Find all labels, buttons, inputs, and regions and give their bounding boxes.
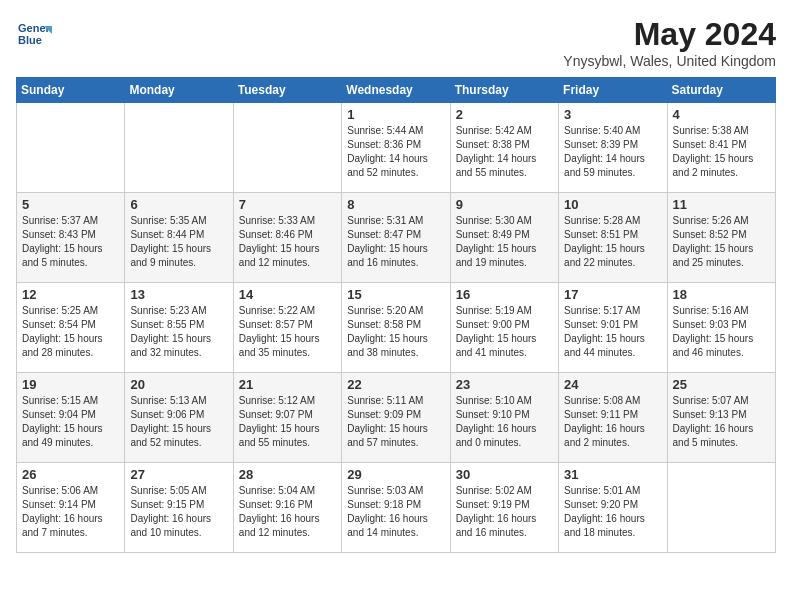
calendar-cell: 23Sunrise: 5:10 AM Sunset: 9:10 PM Dayli…	[450, 373, 558, 463]
day-info: Sunrise: 5:35 AM Sunset: 8:44 PM Dayligh…	[130, 214, 227, 270]
calendar-week-5: 26Sunrise: 5:06 AM Sunset: 9:14 PM Dayli…	[17, 463, 776, 553]
day-number: 4	[673, 107, 770, 122]
calendar-cell: 2Sunrise: 5:42 AM Sunset: 8:38 PM Daylig…	[450, 103, 558, 193]
day-info: Sunrise: 5:44 AM Sunset: 8:36 PM Dayligh…	[347, 124, 444, 180]
day-number: 25	[673, 377, 770, 392]
calendar-cell: 24Sunrise: 5:08 AM Sunset: 9:11 PM Dayli…	[559, 373, 667, 463]
calendar-cell: 29Sunrise: 5:03 AM Sunset: 9:18 PM Dayli…	[342, 463, 450, 553]
day-info: Sunrise: 5:02 AM Sunset: 9:19 PM Dayligh…	[456, 484, 553, 540]
calendar-cell: 20Sunrise: 5:13 AM Sunset: 9:06 PM Dayli…	[125, 373, 233, 463]
calendar-cell: 18Sunrise: 5:16 AM Sunset: 9:03 PM Dayli…	[667, 283, 775, 373]
day-info: Sunrise: 5:22 AM Sunset: 8:57 PM Dayligh…	[239, 304, 336, 360]
calendar-cell: 22Sunrise: 5:11 AM Sunset: 9:09 PM Dayli…	[342, 373, 450, 463]
day-number: 11	[673, 197, 770, 212]
day-info: Sunrise: 5:42 AM Sunset: 8:38 PM Dayligh…	[456, 124, 553, 180]
day-number: 15	[347, 287, 444, 302]
day-number: 31	[564, 467, 661, 482]
calendar-cell: 8Sunrise: 5:31 AM Sunset: 8:47 PM Daylig…	[342, 193, 450, 283]
calendar-cell: 15Sunrise: 5:20 AM Sunset: 8:58 PM Dayli…	[342, 283, 450, 373]
day-info: Sunrise: 5:01 AM Sunset: 9:20 PM Dayligh…	[564, 484, 661, 540]
day-info: Sunrise: 5:17 AM Sunset: 9:01 PM Dayligh…	[564, 304, 661, 360]
day-number: 3	[564, 107, 661, 122]
day-number: 8	[347, 197, 444, 212]
day-number: 14	[239, 287, 336, 302]
day-info: Sunrise: 5:10 AM Sunset: 9:10 PM Dayligh…	[456, 394, 553, 450]
day-number: 10	[564, 197, 661, 212]
calendar-cell: 3Sunrise: 5:40 AM Sunset: 8:39 PM Daylig…	[559, 103, 667, 193]
calendar-cell	[233, 103, 341, 193]
day-number: 20	[130, 377, 227, 392]
day-number: 7	[239, 197, 336, 212]
weekday-header-thursday: Thursday	[450, 78, 558, 103]
calendar-table: SundayMondayTuesdayWednesdayThursdayFrid…	[16, 77, 776, 553]
day-number: 29	[347, 467, 444, 482]
day-number: 18	[673, 287, 770, 302]
day-number: 13	[130, 287, 227, 302]
day-info: Sunrise: 5:30 AM Sunset: 8:49 PM Dayligh…	[456, 214, 553, 270]
page-header: General Blue May 2024 Ynysybwl, Wales, U…	[16, 16, 776, 69]
logo: General Blue	[16, 16, 52, 52]
calendar-cell: 27Sunrise: 5:05 AM Sunset: 9:15 PM Dayli…	[125, 463, 233, 553]
calendar-cell: 10Sunrise: 5:28 AM Sunset: 8:51 PM Dayli…	[559, 193, 667, 283]
calendar-cell: 13Sunrise: 5:23 AM Sunset: 8:55 PM Dayli…	[125, 283, 233, 373]
day-number: 23	[456, 377, 553, 392]
day-info: Sunrise: 5:19 AM Sunset: 9:00 PM Dayligh…	[456, 304, 553, 360]
calendar-cell: 16Sunrise: 5:19 AM Sunset: 9:00 PM Dayli…	[450, 283, 558, 373]
weekday-header-row: SundayMondayTuesdayWednesdayThursdayFrid…	[17, 78, 776, 103]
day-number: 17	[564, 287, 661, 302]
day-number: 9	[456, 197, 553, 212]
calendar-cell	[17, 103, 125, 193]
calendar-cell: 14Sunrise: 5:22 AM Sunset: 8:57 PM Dayli…	[233, 283, 341, 373]
day-info: Sunrise: 5:37 AM Sunset: 8:43 PM Dayligh…	[22, 214, 119, 270]
day-number: 26	[22, 467, 119, 482]
calendar-cell: 7Sunrise: 5:33 AM Sunset: 8:46 PM Daylig…	[233, 193, 341, 283]
calendar-cell: 11Sunrise: 5:26 AM Sunset: 8:52 PM Dayli…	[667, 193, 775, 283]
day-info: Sunrise: 5:04 AM Sunset: 9:16 PM Dayligh…	[239, 484, 336, 540]
day-number: 6	[130, 197, 227, 212]
day-info: Sunrise: 5:26 AM Sunset: 8:52 PM Dayligh…	[673, 214, 770, 270]
calendar-cell: 30Sunrise: 5:02 AM Sunset: 9:19 PM Dayli…	[450, 463, 558, 553]
day-number: 2	[456, 107, 553, 122]
calendar-cell: 21Sunrise: 5:12 AM Sunset: 9:07 PM Dayli…	[233, 373, 341, 463]
day-number: 5	[22, 197, 119, 212]
calendar-week-2: 5Sunrise: 5:37 AM Sunset: 8:43 PM Daylig…	[17, 193, 776, 283]
calendar-cell: 17Sunrise: 5:17 AM Sunset: 9:01 PM Dayli…	[559, 283, 667, 373]
day-number: 27	[130, 467, 227, 482]
day-number: 21	[239, 377, 336, 392]
day-info: Sunrise: 5:13 AM Sunset: 9:06 PM Dayligh…	[130, 394, 227, 450]
day-info: Sunrise: 5:31 AM Sunset: 8:47 PM Dayligh…	[347, 214, 444, 270]
calendar-subtitle: Ynysybwl, Wales, United Kingdom	[563, 53, 776, 69]
calendar-cell: 4Sunrise: 5:38 AM Sunset: 8:41 PM Daylig…	[667, 103, 775, 193]
weekday-header-friday: Friday	[559, 78, 667, 103]
day-info: Sunrise: 5:11 AM Sunset: 9:09 PM Dayligh…	[347, 394, 444, 450]
day-info: Sunrise: 5:33 AM Sunset: 8:46 PM Dayligh…	[239, 214, 336, 270]
day-number: 12	[22, 287, 119, 302]
day-number: 28	[239, 467, 336, 482]
calendar-week-1: 1Sunrise: 5:44 AM Sunset: 8:36 PM Daylig…	[17, 103, 776, 193]
calendar-cell: 1Sunrise: 5:44 AM Sunset: 8:36 PM Daylig…	[342, 103, 450, 193]
calendar-cell: 26Sunrise: 5:06 AM Sunset: 9:14 PM Dayli…	[17, 463, 125, 553]
weekday-header-saturday: Saturday	[667, 78, 775, 103]
calendar-cell: 28Sunrise: 5:04 AM Sunset: 9:16 PM Dayli…	[233, 463, 341, 553]
calendar-cell	[125, 103, 233, 193]
day-info: Sunrise: 5:38 AM Sunset: 8:41 PM Dayligh…	[673, 124, 770, 180]
title-block: May 2024 Ynysybwl, Wales, United Kingdom	[563, 16, 776, 69]
day-info: Sunrise: 5:20 AM Sunset: 8:58 PM Dayligh…	[347, 304, 444, 360]
calendar-cell: 6Sunrise: 5:35 AM Sunset: 8:44 PM Daylig…	[125, 193, 233, 283]
calendar-cell: 5Sunrise: 5:37 AM Sunset: 8:43 PM Daylig…	[17, 193, 125, 283]
day-number: 24	[564, 377, 661, 392]
day-info: Sunrise: 5:28 AM Sunset: 8:51 PM Dayligh…	[564, 214, 661, 270]
calendar-week-4: 19Sunrise: 5:15 AM Sunset: 9:04 PM Dayli…	[17, 373, 776, 463]
day-number: 16	[456, 287, 553, 302]
day-info: Sunrise: 5:16 AM Sunset: 9:03 PM Dayligh…	[673, 304, 770, 360]
calendar-cell	[667, 463, 775, 553]
svg-text:Blue: Blue	[18, 34, 42, 46]
weekday-header-monday: Monday	[125, 78, 233, 103]
calendar-week-3: 12Sunrise: 5:25 AM Sunset: 8:54 PM Dayli…	[17, 283, 776, 373]
weekday-header-wednesday: Wednesday	[342, 78, 450, 103]
calendar-cell: 19Sunrise: 5:15 AM Sunset: 9:04 PM Dayli…	[17, 373, 125, 463]
day-info: Sunrise: 5:15 AM Sunset: 9:04 PM Dayligh…	[22, 394, 119, 450]
calendar-cell: 31Sunrise: 5:01 AM Sunset: 9:20 PM Dayli…	[559, 463, 667, 553]
day-info: Sunrise: 5:05 AM Sunset: 9:15 PM Dayligh…	[130, 484, 227, 540]
calendar-cell: 25Sunrise: 5:07 AM Sunset: 9:13 PM Dayli…	[667, 373, 775, 463]
